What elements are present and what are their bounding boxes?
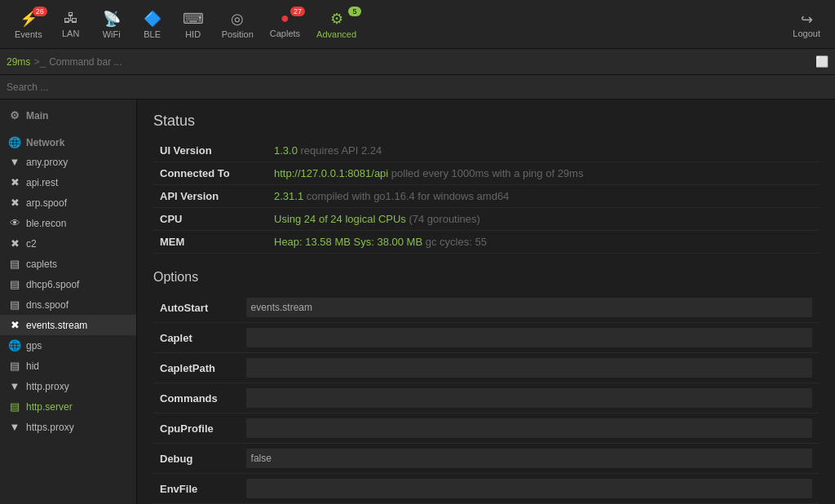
status-heading: Status: [153, 113, 819, 130]
nav-events[interactable]: 26 ⚡ Events: [7, 7, 51, 42]
options-table: AutoStart Caplet CapletPath: [153, 293, 819, 504]
envfile-value-cell: [240, 474, 819, 504]
search-bar: [0, 75, 835, 99]
sidebar-item-events-stream[interactable]: ✖ events.stream: [0, 315, 136, 335]
network-icon: 🌐: [8, 136, 21, 148]
cpuprofile-value-cell: [240, 413, 819, 444]
sidebar-item-caplets[interactable]: ▤ caplets: [0, 254, 136, 274]
sidebar-item-hid[interactable]: ▤ hid: [0, 356, 136, 376]
sidebar-section-main: ⚙ Main: [0, 99, 136, 126]
cpuprofile-input[interactable]: [246, 418, 812, 438]
sidebar-item-dns-spoof[interactable]: ▤ dns.spoof: [0, 294, 136, 315]
cmd-arrow: >_: [33, 55, 46, 68]
position-icon: ◎: [231, 10, 244, 28]
sidebar-item-any-proxy[interactable]: ▼ any.proxy: [0, 152, 136, 172]
envfile-label: EnvFile: [153, 474, 240, 504]
sidebar: ⚙ Main 🌐 Network ▼ any.proxy ✖ api.rest …: [0, 99, 137, 504]
debug-input[interactable]: [246, 449, 812, 468]
c2-icon: ✖: [8, 237, 21, 250]
sidebar-item-c2[interactable]: ✖ c2: [0, 233, 136, 254]
https-proxy-icon: ▼: [8, 421, 21, 433]
cmd-expand-icon[interactable]: ⬜: [815, 55, 828, 68]
http-proxy-icon: ▼: [8, 380, 21, 392]
option-row-envfile: EnvFile: [153, 474, 819, 504]
sidebar-item-https-proxy[interactable]: ▼ https.proxy: [0, 417, 136, 437]
sidebar-section-network: 🌐 Network ▼ any.proxy ✖ api.rest ✖ arp.s…: [0, 126, 136, 439]
sidebar-events-stream-label: events.stream: [26, 320, 87, 331]
sidebar-arp-spoof-label: arp.spoof: [26, 197, 67, 209]
status-row-ui-version: UI Version 1.3.0 requires API 2.24: [153, 139, 819, 162]
nav-position-label: Position: [222, 29, 254, 39]
any-proxy-icon: ▼: [8, 156, 21, 168]
commands-label: Commands: [153, 383, 240, 413]
sidebar-api-rest-label: api.rest: [26, 177, 58, 188]
nav-hid[interactable]: ⌨ HID: [173, 7, 214, 42]
sidebar-item-arp-spoof[interactable]: ✖ arp.spoof: [0, 192, 136, 213]
debug-value-cell: [240, 444, 819, 474]
wifi-icon: 📡: [103, 10, 121, 28]
ui-version-label: UI Version: [153, 139, 267, 162]
option-row-debug: Debug: [153, 444, 819, 474]
autostart-input[interactable]: [246, 298, 812, 317]
main-layout: ⚙ Main 🌐 Network ▼ any.proxy ✖ api.rest …: [0, 99, 835, 504]
ble-icon: 🔷: [144, 10, 161, 28]
sidebar-http-server-label: http.server: [26, 401, 73, 413]
options-heading: Options: [153, 270, 819, 285]
caplet-value-cell: [240, 323, 819, 353]
logout-button[interactable]: ↪ Logout: [784, 7, 828, 42]
connected-to-label: Connected To: [153, 162, 267, 185]
nav-caplets-label: Caplets: [270, 29, 300, 38]
connected-to-primary: http://127.0.0.1:8081/api: [274, 167, 388, 179]
sidebar-ble-recon-label: ble.recon: [26, 218, 66, 229]
sidebar-caplets-label: caplets: [26, 259, 57, 270]
sidebar-item-http-server[interactable]: ▤ http.server: [0, 396, 136, 417]
api-rest-icon: ✖: [8, 176, 21, 188]
search-input[interactable]: [7, 82, 828, 93]
nav-wifi-label: WiFi: [103, 29, 121, 39]
ui-version-muted: requires API 2.24: [298, 144, 382, 157]
nav-wifi[interactable]: 📡 WiFi: [91, 7, 132, 42]
api-version-primary: 2.31.1: [274, 190, 303, 202]
nav-lan[interactable]: 🖧 LAN: [51, 7, 91, 42]
nav-hid-label: HID: [185, 29, 201, 39]
command-bar: 29ms >_ ⬜: [0, 49, 835, 75]
commands-value-cell: [240, 383, 819, 413]
option-row-autostart: AutoStart: [153, 293, 819, 323]
sidebar-item-ble-recon[interactable]: 👁 ble.recon: [0, 213, 136, 233]
caplet-input[interactable]: [246, 328, 812, 347]
option-row-commands: Commands: [153, 383, 819, 413]
debug-label: Debug: [153, 444, 240, 474]
sidebar-network-label: Network: [26, 137, 64, 148]
ping-ms: 29ms: [7, 56, 30, 68]
commands-input[interactable]: [246, 388, 812, 408]
nav-caplets[interactable]: 27 ● Caplets: [262, 7, 308, 42]
capletspath-value-cell: [240, 353, 819, 383]
nav-advanced[interactable]: 5 ⚙ Advanced: [308, 7, 364, 42]
cpu-primary: Using 24 of 24 logical CPUs: [274, 213, 406, 225]
sidebar-item-gps[interactable]: 🌐 gps: [0, 335, 136, 356]
command-input[interactable]: [49, 56, 815, 68]
sidebar-item-http-proxy[interactable]: ▼ http.proxy: [0, 376, 136, 396]
api-version-value: 2.31.1 compiled with go1.16.4 for window…: [267, 185, 819, 208]
gps-icon: 🌐: [8, 339, 21, 351]
nav-ble[interactable]: 🔷 BLE: [132, 7, 173, 42]
api-version-label: API Version: [153, 185, 267, 208]
caplets-icon: ●: [281, 10, 289, 27]
status-row-api-version: API Version 2.31.1 compiled with go1.16.…: [153, 185, 819, 208]
sidebar-item-api-rest[interactable]: ✖ api.rest: [0, 172, 136, 192]
cpu-label: CPU: [153, 208, 267, 231]
envfile-input[interactable]: [246, 479, 812, 498]
dns-spoof-icon: ▤: [8, 298, 21, 311]
lan-icon: 🖧: [64, 10, 78, 27]
nav-position[interactable]: ◎ Position: [214, 7, 262, 42]
capletspath-input[interactable]: [246, 358, 812, 378]
sidebar-any-proxy-label: any.proxy: [26, 157, 68, 168]
caplets-badge: 27: [290, 7, 305, 16]
advanced-badge: 5: [348, 7, 361, 16]
hid-icon: ⌨: [183, 10, 204, 28]
caplets-side-icon: ▤: [8, 258, 21, 270]
sidebar-dhcp6-spoof-label: dhcp6.spoof: [26, 279, 79, 290]
sidebar-item-dhcp6-spoof[interactable]: ▤ dhcp6.spoof: [0, 274, 136, 294]
sidebar-main-header: ⚙ Main: [0, 104, 136, 125]
dhcp6-spoof-icon: ▤: [8, 278, 21, 290]
